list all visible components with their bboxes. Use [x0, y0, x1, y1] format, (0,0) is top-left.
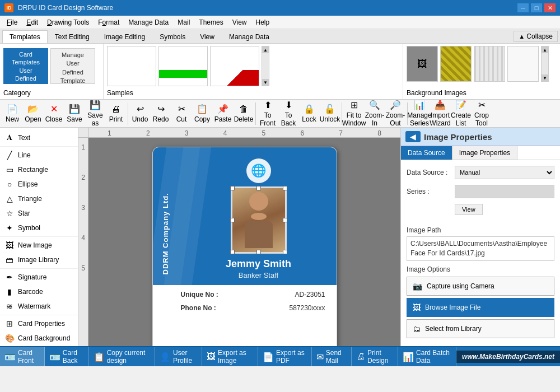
save-as-button[interactable]: 💾Save as — [85, 101, 105, 126]
menu-edit[interactable]: Edit — [22, 17, 43, 27]
menu-file[interactable]: File — [2, 17, 22, 27]
tab-image-properties[interactable]: Image Properties — [452, 146, 517, 160]
cut-button[interactable]: ✂Cut — [171, 101, 192, 126]
zoom-out-button[interactable]: 🔎Zoom-Out — [385, 101, 405, 126]
bottombar-copy-design[interactable]: 📋 Copy current design — [89, 347, 155, 366]
library-icon: 🗂 — [413, 324, 421, 333]
tool-watermark[interactable]: ≋ Watermark — [0, 299, 78, 314]
lock-button[interactable]: 🔒Lock — [299, 101, 319, 126]
tab-data-source[interactable]: Data Source — [401, 146, 452, 160]
menu-view[interactable]: View — [228, 17, 251, 27]
tool-line[interactable]: ╱ Line — [0, 148, 78, 162]
tool-new-image[interactable]: 🖼 New Image — [0, 238, 78, 253]
scroll-up[interactable]: ▲ — [262, 46, 269, 53]
unlock-button[interactable]: 🔓Unlock — [320, 101, 340, 126]
tool-barcode[interactable]: ▮ Barcode — [0, 284, 78, 299]
menu-mail[interactable]: Mail — [173, 17, 194, 27]
collapse-button[interactable]: ▲ Collapse — [514, 31, 558, 42]
sample-1[interactable] — [107, 46, 156, 86]
tab-image-editing[interactable]: Image Editing — [97, 30, 152, 43]
barcode: // Draw barcode bars ||||| ||| || |||| |… — [181, 320, 325, 346]
text-icon: 𝐀 — [4, 133, 15, 142]
menu-themes[interactable]: Themes — [194, 17, 227, 27]
menu-drawing-tools[interactable]: Drawing Tools — [43, 17, 94, 27]
tool-star[interactable]: ☆ Star — [0, 206, 78, 221]
tab-manage-data[interactable]: Manage Data — [222, 30, 277, 43]
bg-thumb-4[interactable] — [507, 46, 539, 82]
bottombar-card-batch[interactable]: 📊 Card Batch Data — [398, 347, 456, 366]
tool-triangle[interactable]: △ Triangle — [0, 192, 78, 206]
import-wizard-button[interactable]: 📥Import Wizard — [430, 101, 450, 126]
close-doc-button[interactable]: ✕Close — [44, 101, 64, 126]
bg-thumb-2[interactable] — [440, 46, 472, 82]
minimize-button[interactable]: ─ — [517, 3, 529, 12]
maximize-button[interactable]: □ — [531, 3, 542, 12]
tool-symbol[interactable]: ✦ Symbol — [0, 221, 78, 235]
bg-thumb-1[interactable]: 🖼 — [407, 46, 438, 82]
browse-image-button[interactable]: 🖼 Browse Image File — [407, 298, 554, 317]
bottombar-card-back[interactable]: 🪪 Card Back — [45, 347, 89, 366]
series-input[interactable] — [455, 185, 554, 198]
crop-tool-button[interactable]: ✂Crop Tool — [472, 101, 492, 126]
copy-button[interactable]: 📋Copy — [192, 101, 212, 126]
tab-symbols[interactable]: Symbols — [152, 30, 193, 43]
tool-ellipse[interactable]: ○ Ellipse — [0, 177, 78, 192]
zoom-in-button[interactable]: 🔍Zoom-In — [365, 101, 385, 126]
to-back-button[interactable]: ⬇To Back — [278, 101, 298, 126]
person-head — [249, 192, 268, 211]
select-library-button[interactable]: 🗂 Select from Library — [407, 319, 554, 338]
redo-button[interactable]: ↪Redo — [151, 101, 171, 126]
tool-signature[interactable]: ✒ Signature — [0, 270, 78, 284]
fit-window-button[interactable]: ⊞Fit to Window — [344, 101, 364, 126]
paste-button[interactable]: 📌Paste — [213, 101, 233, 126]
view-button[interactable]: View — [455, 204, 483, 215]
to-front-button[interactable]: ⬆To Front — [258, 101, 278, 126]
sample-2[interactable] — [158, 46, 208, 86]
new-button[interactable]: 📄New — [2, 101, 22, 126]
line-icon: ╱ — [4, 151, 15, 160]
samples-label: Samples — [107, 89, 399, 97]
menu-manage-data[interactable]: Manage Data — [124, 17, 173, 27]
panel-back-button[interactable]: ◀ — [405, 131, 421, 142]
create-list-button[interactable]: 📝Create List — [451, 101, 471, 126]
tab-text-editing[interactable]: Text Editing — [48, 30, 97, 43]
manage-user-defined-button[interactable]: ManageUserDefinedTemplate — [50, 48, 95, 84]
bg-scroll-down[interactable]: ▼ — [542, 74, 548, 81]
menu-help[interactable]: Help — [251, 17, 274, 27]
bottombar-export-pdf[interactable]: 📄 Export as PDF — [258, 347, 312, 366]
tool-rectangle[interactable]: ▭ Rectangle — [0, 162, 78, 177]
bottombar-export-image[interactable]: 🖼 Export as Image — [202, 347, 258, 366]
photo-frame[interactable] — [231, 186, 287, 254]
bg-scroll-up[interactable]: ▲ — [542, 46, 548, 53]
bg-scrollbar[interactable]: ▲ ▼ — [541, 46, 549, 82]
undo-button[interactable]: ↩Undo — [130, 101, 150, 126]
save-button[interactable]: 💾Save — [64, 101, 85, 126]
samples-scrollbar[interactable]: ▲ ▼ — [262, 46, 269, 86]
tool-image-library[interactable]: 🗃 Image Library — [0, 253, 78, 267]
bg-thumb-3[interactable] — [474, 46, 505, 82]
tool-card-properties[interactable]: ⊞ Card Properties — [0, 316, 78, 331]
card-front-icon: 🪪 — [4, 352, 16, 362]
canvas-inner[interactable]: DDRM Company Ltd. 🌐 — [88, 138, 400, 346]
capture-camera-button[interactable]: 📷 Capture using Camera — [407, 277, 554, 296]
delete-button[interactable]: 🗑Delete — [234, 101, 254, 126]
bottombar-send-mail[interactable]: ✉ Send Mail — [312, 347, 352, 366]
panel-tabs: Data Source Image Properties — [401, 146, 560, 160]
ruler-horizontal: 12345678 — [88, 128, 400, 138]
data-source-select[interactable]: Manual — [455, 166, 554, 179]
tool-card-background[interactable]: 🎨 Card Background — [0, 331, 78, 346]
open-button[interactable]: 📂Open — [23, 101, 43, 126]
bottombar-card-front[interactable]: 🪪 Card Front — [0, 347, 45, 366]
print-button[interactable]: 🖨Print — [106, 101, 126, 126]
sample-3[interactable] — [210, 46, 259, 86]
menu-format[interactable]: Format — [94, 17, 124, 27]
tool-text[interactable]: 𝐀 Text — [0, 130, 78, 145]
card-templates-button[interactable]: Card TemplatesUser Defined — [3, 48, 48, 84]
manage-series-button[interactable]: 📊Manage Series — [409, 101, 430, 126]
tab-view[interactable]: View — [193, 30, 222, 43]
close-button[interactable]: ✕ — [544, 3, 556, 12]
tab-templates[interactable]: Templates — [2, 30, 48, 43]
bottombar-user-profile[interactable]: 👤 User Profile — [155, 347, 202, 366]
bottombar-print-design[interactable]: 🖨 Print Design — [352, 347, 398, 366]
scroll-down[interactable]: ▼ — [262, 79, 269, 86]
